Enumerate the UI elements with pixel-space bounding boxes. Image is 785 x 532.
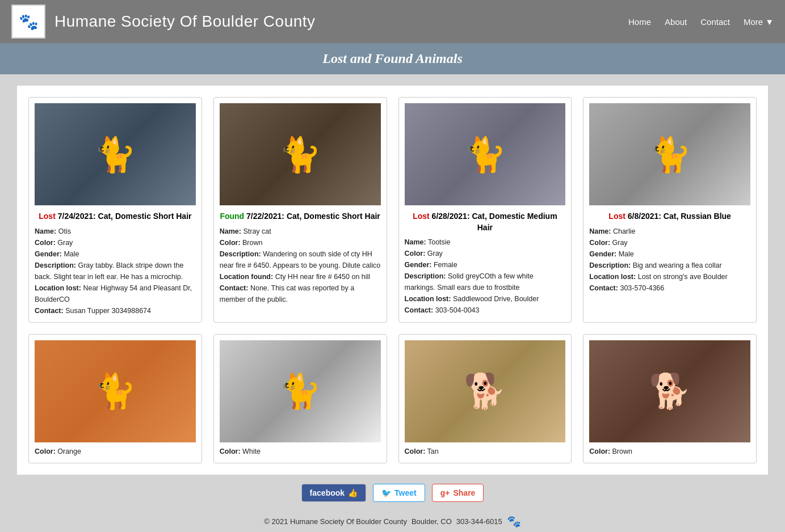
- nav-about[interactable]: About: [665, 17, 687, 27]
- header-left: 🐾 Humane Society Of Boulder County: [11, 5, 316, 39]
- footer-city: Boulder, CO: [412, 517, 452, 526]
- animal-image-2: 🐈: [220, 103, 381, 205]
- card-details-6: Color: White: [220, 446, 381, 457]
- card-details-1: Name: OtisColor: GrayGender: MaleDescrip…: [35, 226, 196, 316]
- facebook-label: facebook: [310, 488, 345, 497]
- footer-bottom: © 2021 Humane Society Of Boulder County …: [0, 509, 785, 532]
- gplus-button[interactable]: g+ Share: [432, 484, 484, 502]
- animal-image-5: 🐈: [35, 340, 196, 442]
- facebook-button[interactable]: facebook 👍: [301, 484, 366, 502]
- tweet-button[interactable]: 🐦 Tweet: [373, 484, 425, 502]
- card-details-7: Color: Tan: [405, 446, 566, 457]
- animal-image-6: 🐈: [220, 340, 381, 442]
- card-title-3: Lost 6/28/2021: Cat, Domestic Medium Hai…: [405, 211, 566, 233]
- animal-image-3: 🐈: [405, 103, 566, 205]
- footer-phone: 303-344-6015: [456, 517, 502, 526]
- twitter-bird-icon: 🐦: [381, 488, 391, 497]
- copyright: © 2021 Humane Society Of Boulder County: [264, 517, 407, 526]
- animal-image-4: 🐈: [589, 103, 750, 205]
- animal-card-2: 🐈Found 7/22/2021: Cat, Domestic Short Ha…: [213, 97, 387, 323]
- animal-image-7: 🐕: [405, 340, 566, 442]
- footer-social: facebook 👍 🐦 Tweet g+ Share: [0, 477, 785, 509]
- animal-card-4: 🐈Lost 6/8/2021: Cat, Russian BlueName: C…: [583, 97, 757, 323]
- gplus-icon: g+: [440, 488, 450, 497]
- subtitle-bar: Lost and Found Animals: [0, 43, 785, 74]
- card-details-5: Color: Orange: [35, 446, 196, 457]
- header: 🐾 Humane Society Of Boulder County Home …: [0, 0, 785, 43]
- animal-card-5: 🐈Color: Orange: [28, 334, 202, 463]
- animal-card-3: 🐈Lost 6/28/2021: Cat, Domestic Medium Ha…: [398, 97, 572, 323]
- animal-card-6: 🐈Color: White: [213, 334, 387, 463]
- card-details-2: Name: Stray catColor: BrownDescription: …: [220, 226, 381, 305]
- nav-more[interactable]: More ▼: [744, 17, 774, 27]
- main-nav: Home About Contact More ▼: [628, 17, 774, 27]
- scroll-area[interactable]: 🐈Lost 7/24/2021: Cat, Domestic Short Hai…: [0, 74, 785, 477]
- chevron-down-icon: ▼: [765, 17, 774, 27]
- paw-icon: 🐾: [507, 514, 521, 528]
- animal-image-8: 🐕: [589, 340, 750, 442]
- facebook-thumb-icon: 👍: [348, 488, 358, 497]
- tweet-label: Tweet: [394, 488, 417, 497]
- cards-grid: 🐈Lost 7/24/2021: Cat, Domestic Short Hai…: [17, 86, 768, 475]
- nav-home[interactable]: Home: [628, 17, 651, 27]
- logo-icon: 🐾: [19, 12, 39, 31]
- card-title-1: Lost 7/24/2021: Cat, Domestic Short Hair: [35, 211, 196, 222]
- card-details-8: Color: Brown: [589, 446, 750, 457]
- card-details-4: Name: CharlieColor: GrayGender: MaleDesc…: [589, 226, 750, 294]
- page-title: Lost and Found Animals: [8, 51, 777, 66]
- animal-card-8: 🐕Color: Brown: [583, 334, 757, 463]
- main-content: 🐈Lost 7/24/2021: Cat, Domestic Short Hai…: [0, 74, 785, 477]
- logo: 🐾: [11, 5, 45, 39]
- animal-card-1: 🐈Lost 7/24/2021: Cat, Domestic Short Hai…: [28, 97, 202, 323]
- card-title-4: Lost 6/8/2021: Cat, Russian Blue: [589, 211, 750, 222]
- gplus-label: Share: [453, 488, 475, 497]
- nav-contact[interactable]: Contact: [700, 17, 730, 27]
- card-title-2: Found 7/22/2021: Cat, Domestic Short Hai…: [220, 211, 381, 222]
- card-details-3: Name: TootsieColor: GrayGender: FemaleDe…: [405, 237, 566, 316]
- site-title: Humane Society Of Boulder County: [54, 12, 316, 31]
- animal-image-1: 🐈: [35, 103, 196, 205]
- animal-card-7: 🐕Color: Tan: [398, 334, 572, 463]
